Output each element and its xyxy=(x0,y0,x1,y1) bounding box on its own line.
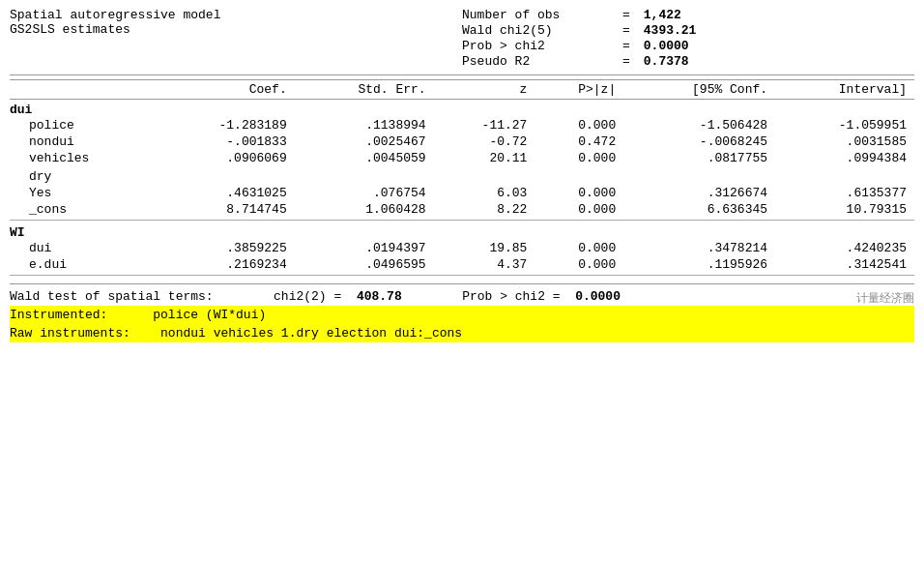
row-label: dry xyxy=(10,168,156,185)
row-p xyxy=(534,168,623,185)
col-ci-hi: Interval] xyxy=(775,80,914,100)
row-z: 19.85 xyxy=(434,240,535,256)
header-divider xyxy=(10,74,914,75)
row-ci-hi xyxy=(775,168,914,185)
row-label: e.dui xyxy=(10,256,156,273)
row-se: 1.060428 xyxy=(295,201,434,218)
row-label: dui xyxy=(10,240,156,256)
instrumented-value: police (WI*dui) xyxy=(153,308,266,322)
row-label: vehicles xyxy=(10,150,156,166)
bottom-section: Wald test of spatial terms: chi2(2) = 40… xyxy=(10,283,914,342)
model-stats: Number of obs = 1,422 Wald chi2(5) = 439… xyxy=(462,8,914,69)
model-title: Spatial autoregressive model GS2SLS esti… xyxy=(10,8,462,69)
row-p: 0.000 xyxy=(534,201,623,218)
row-coef: .3859225 xyxy=(156,240,295,256)
title-line1: Spatial autoregressive model xyxy=(10,8,462,22)
row-ci-hi: -1.059951 xyxy=(775,117,914,133)
table-header-row: Coef. Std. Err. z P>|z| [95% Conf. Inter… xyxy=(10,80,914,100)
row-ci-hi: 10.79315 xyxy=(775,201,914,218)
raw-value: nondui vehicles 1.dry election dui:_cons xyxy=(160,326,462,341)
row-ci-hi: .3142541 xyxy=(775,256,914,273)
row-z: 6.03 xyxy=(434,185,535,201)
stat-eq-3: = xyxy=(617,54,636,69)
row-se xyxy=(295,168,434,185)
title-line2: GS2SLS estimates xyxy=(10,22,462,37)
col-p: P>|z| xyxy=(534,80,623,100)
table-row: nondui -.001833 .0025467 -0.72 0.472 -.0… xyxy=(10,133,914,150)
chi2-label: chi2(2) = xyxy=(274,289,341,304)
row-se: .0496595 xyxy=(295,256,434,273)
table-row: Yes .4631025 .076754 6.03 0.000 .3126674… xyxy=(10,185,914,201)
table-row: dry xyxy=(10,168,914,185)
table-row: police -1.283189 .1138994 -11.27 0.000 -… xyxy=(10,117,914,133)
raw-label: Raw instruments: xyxy=(10,326,130,341)
stat-value-3: 0.7378 xyxy=(644,54,689,69)
stat-eq-1: = xyxy=(617,23,636,38)
row-ci-hi: .6135377 xyxy=(775,185,914,201)
stat-row-3: Pseudo R2 = 0.7378 xyxy=(462,54,914,69)
chi2-value: 408.78 xyxy=(357,289,402,304)
row-ci-lo: -1.506428 xyxy=(623,117,775,133)
raw-instruments-row: Raw instruments: nondui vehicles 1.dry e… xyxy=(10,324,914,342)
section-row-0: dui xyxy=(10,100,914,118)
row-ci-hi: .0031585 xyxy=(775,133,914,150)
stat-row-1: Wald chi2(5) = 4393.21 xyxy=(462,23,914,38)
section-label-1: WI xyxy=(10,222,914,240)
row-coef: .0906069 xyxy=(156,150,295,166)
stat-label-1: Wald chi2(5) xyxy=(462,23,617,38)
wald-test-label: Wald test of spatial terms: xyxy=(10,289,214,304)
row-label: police xyxy=(10,117,156,133)
row-ci-lo: .0817755 xyxy=(623,150,775,166)
section-label-0: dui xyxy=(10,100,914,118)
wald-test-row: Wald test of spatial terms: chi2(2) = 40… xyxy=(10,287,914,306)
row-ci-hi: .0994384 xyxy=(775,150,914,166)
row-se: .0025467 xyxy=(295,133,434,150)
results-table: Coef. Std. Err. z P>|z| [95% Conf. Inter… xyxy=(10,79,914,278)
instrumented-label: Instrumented: xyxy=(10,308,107,322)
stat-row-2: Prob > chi2 = 0.0000 xyxy=(462,39,914,53)
stat-label-2: Prob > chi2 xyxy=(462,39,617,53)
row-z: -0.72 xyxy=(434,133,535,150)
row-label: nondui xyxy=(10,133,156,150)
stat-row-0: Number of obs = 1,422 xyxy=(462,8,914,22)
row-z: 20.11 xyxy=(434,150,535,166)
row-z xyxy=(434,168,535,185)
row-label: _cons xyxy=(10,201,156,218)
header-section: Spatial autoregressive model GS2SLS esti… xyxy=(10,8,914,69)
row-se: .076754 xyxy=(295,185,434,201)
row-coef: .2169234 xyxy=(156,256,295,273)
col-z: z xyxy=(434,80,535,100)
col-coef: Coef. xyxy=(156,80,295,100)
col-se: Std. Err. xyxy=(295,80,434,100)
instrumented-row: Instrumented: police (WI*dui) xyxy=(10,306,914,324)
table-row: dui .3859225 .0194397 19.85 0.000 .34782… xyxy=(10,240,914,256)
table-row: e.dui .2169234 .0496595 4.37 0.000 .1195… xyxy=(10,256,914,273)
section-divider-1 xyxy=(10,273,914,278)
row-p: 0.000 xyxy=(534,185,623,201)
table-row: _cons 8.714745 1.060428 8.22 0.000 6.636… xyxy=(10,201,914,218)
stat-eq-2: = xyxy=(617,39,636,53)
stat-label-0: Number of obs xyxy=(462,8,617,22)
row-coef: -1.283189 xyxy=(156,117,295,133)
row-p: 0.000 xyxy=(534,256,623,273)
row-ci-lo: 6.636345 xyxy=(623,201,775,218)
row-z: 4.37 xyxy=(434,256,535,273)
row-se: .1138994 xyxy=(295,117,434,133)
row-p: 0.000 xyxy=(534,240,623,256)
stat-label-3: Pseudo R2 xyxy=(462,54,617,69)
stat-value-0: 1,422 xyxy=(644,8,681,22)
col-ci-lo: [95% Conf. xyxy=(623,80,775,100)
row-coef: 8.714745 xyxy=(156,201,295,218)
row-p: 0.000 xyxy=(534,150,623,166)
row-coef: -.001833 xyxy=(156,133,295,150)
row-ci-hi: .4240235 xyxy=(775,240,914,256)
table-row: vehicles .0906069 .0045059 20.11 0.000 .… xyxy=(10,150,914,166)
col-dep-var xyxy=(10,80,156,100)
stat-eq-0: = xyxy=(617,8,636,22)
section-row-1: WI xyxy=(10,222,914,240)
row-se: .0045059 xyxy=(295,150,434,166)
prob-value: 0.0000 xyxy=(575,289,621,304)
row-z: -11.27 xyxy=(434,117,535,133)
watermark: 计量经济圈 xyxy=(856,290,914,307)
row-ci-lo xyxy=(623,168,775,185)
